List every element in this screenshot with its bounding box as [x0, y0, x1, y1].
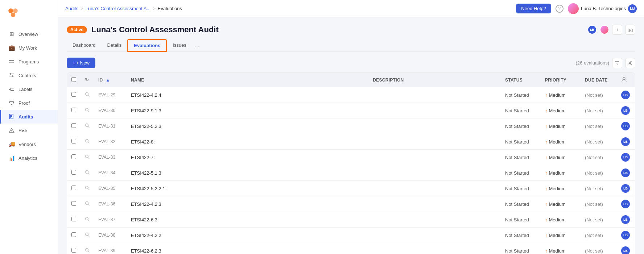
row-description: [368, 243, 501, 254]
row-name[interactable]: ETSI422-5.2.2.1:: [127, 181, 368, 196]
row-name[interactable]: ETSI422-6.3:: [127, 212, 368, 228]
row-id[interactable]: EVAL-31: [94, 118, 127, 134]
row-name[interactable]: ETSI422-4.2.4:: [127, 87, 368, 103]
row-name[interactable]: ETSI422-8:: [127, 134, 368, 150]
sidebar-item-vendors[interactable]: 🚚 Vendors: [0, 137, 58, 151]
sidebar-item-label: My Work: [18, 45, 37, 51]
th-name[interactable]: NAME: [127, 73, 368, 87]
table-row[interactable]: EVAL-34 ETSI422-5.1.3: Not Started ↑Medi…: [67, 165, 635, 181]
new-button[interactable]: + + New: [67, 58, 95, 68]
sidebar-item-proof[interactable]: 🛡 Proof: [0, 96, 58, 110]
th-priority[interactable]: PRIORITY: [541, 73, 581, 87]
row-checkbox[interactable]: [71, 248, 76, 253]
table-row[interactable]: EVAL-29 ETSI422-4.2.4: Not Started ↑Medi…: [67, 87, 635, 103]
row-id[interactable]: EVAL-37: [94, 212, 127, 228]
row-checkbox[interactable]: [71, 186, 76, 190]
row-name[interactable]: ETSI422-6.2.3:: [127, 243, 368, 254]
row-id[interactable]: EVAL-36: [94, 196, 127, 212]
row-checkbox[interactable]: [71, 139, 76, 143]
grid-icon: ⊞: [8, 31, 15, 37]
sidebar-item-overview[interactable]: ⊞ Overview: [0, 27, 58, 41]
filter-button[interactable]: [612, 58, 622, 68]
tab-more[interactable]: ...: [192, 40, 202, 51]
row-assignee: LB: [617, 87, 635, 103]
search-icon[interactable]: [85, 248, 90, 254]
row-name[interactable]: ETSI422-5.1.3:: [127, 165, 368, 181]
search-icon[interactable]: [85, 108, 90, 113]
header-avatar-initials: LB: [587, 25, 597, 34]
share-button[interactable]: [625, 25, 635, 35]
row-id[interactable]: EVAL-32: [94, 134, 127, 150]
sidebar-item-analytics[interactable]: 📊 Analytics: [0, 151, 58, 165]
user-menu[interactable]: Luna B. Technologies LB: [568, 3, 637, 14]
row-name[interactable]: ETSI422-5.2.3:: [127, 118, 368, 134]
table-row[interactable]: EVAL-39 ETSI422-6.2.3: Not Started ↑Medi…: [67, 243, 635, 254]
row-checkbox-cell: [67, 87, 80, 103]
search-icon[interactable]: [85, 201, 90, 207]
row-name[interactable]: ETSI422-4.2.2:: [127, 228, 368, 243]
row-due-date: (Not set): [581, 103, 617, 118]
row-checkbox[interactable]: [71, 217, 76, 221]
search-icon[interactable]: [85, 217, 90, 222]
th-description[interactable]: DESCRIPTION: [368, 73, 501, 87]
tab-details[interactable]: Details: [102, 39, 128, 51]
sidebar-item-programs[interactable]: Programs: [0, 55, 58, 68]
tab-issues[interactable]: Issues: [167, 39, 192, 51]
sidebar-item-controls[interactable]: Controls: [0, 68, 58, 82]
row-checkbox[interactable]: [71, 108, 76, 112]
sidebar-item-risk[interactable]: Risk: [0, 124, 58, 137]
row-id[interactable]: EVAL-34: [94, 165, 127, 181]
table-row[interactable]: EVAL-32 ETSI422-8: Not Started ↑Medium (…: [67, 134, 635, 150]
table-row[interactable]: EVAL-30 ETSI422-9.1.3: Not Started ↑Medi…: [67, 103, 635, 118]
th-due-date[interactable]: DUE DATE: [581, 73, 617, 87]
row-id[interactable]: EVAL-29: [94, 87, 127, 103]
row-checkbox[interactable]: [71, 92, 76, 97]
tab-evaluations[interactable]: Evaluations: [127, 39, 167, 52]
search-icon[interactable]: [85, 186, 90, 191]
breadcrumb-audit-name[interactable]: Luna's Control Assessment A...: [86, 6, 151, 11]
table-row[interactable]: EVAL-33 ETSI422-7: Not Started ↑Medium (…: [67, 150, 635, 165]
sidebar-item-audits[interactable]: Audits: [0, 110, 58, 124]
settings-button[interactable]: [625, 58, 635, 68]
row-checkbox[interactable]: [71, 123, 76, 128]
search-icon[interactable]: [85, 123, 90, 129]
row-id[interactable]: EVAL-39: [94, 243, 127, 254]
row-due-date: (Not set): [581, 243, 617, 254]
table-row[interactable]: EVAL-31 ETSI422-5.2.3: Not Started ↑Medi…: [67, 118, 635, 134]
sidebar-item-labels[interactable]: 🏷 Labels: [0, 82, 58, 96]
svg-point-15: [11, 132, 12, 132]
add-button[interactable]: +: [612, 25, 622, 35]
table-row[interactable]: EVAL-35 ETSI422-5.2.2.1: Not Started ↑Me…: [67, 181, 635, 196]
th-id[interactable]: ID ▲: [94, 73, 127, 87]
row-assignee: LB: [617, 103, 635, 118]
search-icon[interactable]: [85, 170, 90, 176]
tab-dashboard[interactable]: Dashboard: [67, 39, 102, 51]
row-id[interactable]: EVAL-35: [94, 181, 127, 196]
row-name[interactable]: ETSI422-9.1.3:: [127, 103, 368, 118]
row-id[interactable]: EVAL-33: [94, 150, 127, 165]
breadcrumb-audits[interactable]: Audits: [65, 6, 78, 11]
search-icon[interactable]: [85, 92, 90, 98]
search-icon[interactable]: [85, 139, 90, 145]
row-id[interactable]: EVAL-38: [94, 228, 127, 243]
row-name[interactable]: ETSI422-4.2.3:: [127, 196, 368, 212]
row-name[interactable]: ETSI422-7:: [127, 150, 368, 165]
question-icon[interactable]: ?: [556, 5, 564, 13]
search-icon[interactable]: [85, 154, 90, 160]
search-icon[interactable]: [85, 232, 90, 238]
table-row[interactable]: EVAL-36 ETSI422-4.2.3: Not Started ↑Medi…: [67, 196, 635, 212]
row-checkbox[interactable]: [71, 201, 76, 206]
row-description: [368, 196, 501, 212]
th-status[interactable]: STATUS: [501, 73, 541, 87]
row-checkbox[interactable]: [71, 232, 76, 237]
help-button[interactable]: Need Help?: [516, 4, 551, 13]
row-description: [368, 181, 501, 196]
row-checkbox[interactable]: [71, 154, 76, 159]
table-row[interactable]: EVAL-38 ETSI422-4.2.2: Not Started ↑Medi…: [67, 228, 635, 243]
select-all-checkbox[interactable]: [71, 77, 76, 82]
row-id[interactable]: EVAL-30: [94, 103, 127, 118]
sidebar-item-my-work[interactable]: 💼 My Work: [0, 41, 58, 55]
table-row[interactable]: EVAL-37 ETSI422-6.3: Not Started ↑Medium…: [67, 212, 635, 228]
row-checkbox[interactable]: [71, 170, 76, 175]
assignee-avatar: LB: [621, 106, 630, 115]
